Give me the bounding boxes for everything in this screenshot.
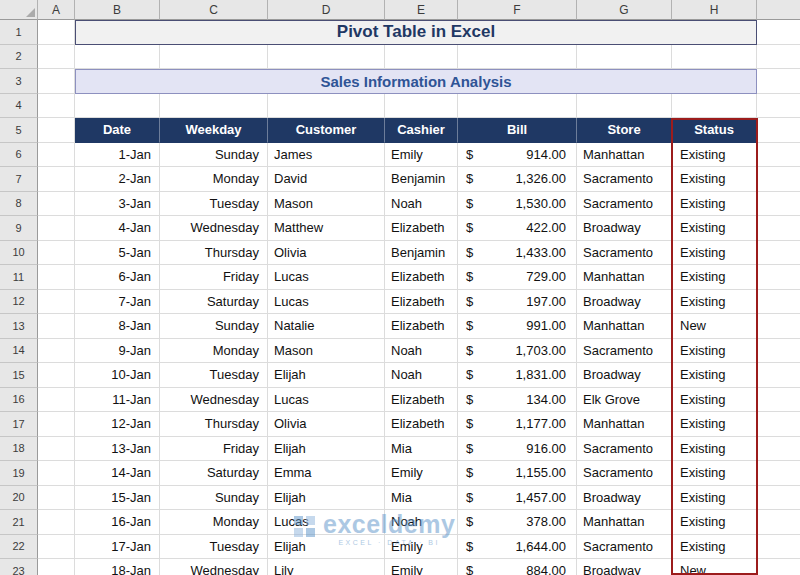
bill-cell[interactable]: $729.00	[458, 265, 577, 290]
customer-cell[interactable]: Lucas	[268, 290, 385, 315]
status-cell[interactable]: Existing	[672, 143, 757, 168]
store-cell[interactable]: Manhattan	[577, 412, 672, 437]
weekday-cell[interactable]: Friday	[160, 265, 268, 290]
cell[interactable]	[38, 461, 75, 486]
date-cell[interactable]: 4-Jan	[75, 216, 160, 241]
select-all-corner[interactable]	[0, 0, 38, 20]
cell[interactable]	[160, 94, 268, 119]
customer-cell[interactable]: Lily	[268, 559, 385, 575]
weekday-cell[interactable]: Monday	[160, 510, 268, 535]
row-number[interactable]: 21	[0, 510, 38, 535]
weekday-cell[interactable]: Sunday	[160, 486, 268, 511]
row-number[interactable]: 15	[0, 363, 38, 388]
cell[interactable]	[757, 118, 800, 143]
store-cell[interactable]: Sacramento	[577, 192, 672, 217]
cell[interactable]	[757, 535, 800, 560]
row-number[interactable]: 1	[0, 20, 38, 45]
row-number[interactable]: 2	[0, 45, 38, 70]
bill-cell[interactable]: $916.00	[458, 437, 577, 462]
store-cell[interactable]: Sacramento	[577, 535, 672, 560]
weekday-cell[interactable]: Tuesday	[160, 535, 268, 560]
cell[interactable]	[672, 45, 757, 70]
status-cell[interactable]: Existing	[672, 486, 757, 511]
bill-cell[interactable]: $422.00	[458, 216, 577, 241]
row-number[interactable]: 16	[0, 388, 38, 413]
date-cell[interactable]: 5-Jan	[75, 241, 160, 266]
date-cell[interactable]: 17-Jan	[75, 535, 160, 560]
cell[interactable]	[385, 94, 458, 119]
status-cell[interactable]: Existing	[672, 510, 757, 535]
cell[interactable]	[38, 314, 75, 339]
cell[interactable]	[757, 20, 800, 45]
cell[interactable]	[38, 45, 75, 70]
table-header-weekday[interactable]: Weekday	[160, 118, 268, 143]
store-cell[interactable]: Sacramento	[577, 339, 672, 364]
cell[interactable]	[757, 388, 800, 413]
customer-cell[interactable]: David	[268, 167, 385, 192]
row-number[interactable]: 11	[0, 265, 38, 290]
cell[interactable]	[38, 363, 75, 388]
cell[interactable]	[757, 290, 800, 315]
store-cell[interactable]: Manhattan	[577, 143, 672, 168]
date-cell[interactable]: 2-Jan	[75, 167, 160, 192]
cell[interactable]	[757, 265, 800, 290]
bill-cell[interactable]: $197.00	[458, 290, 577, 315]
bill-cell[interactable]: $1,433.00	[458, 241, 577, 266]
store-cell[interactable]: Broadway	[577, 290, 672, 315]
table-header-store[interactable]: Store	[577, 118, 672, 143]
row-number[interactable]: 3	[0, 69, 38, 94]
status-cell[interactable]: Existing	[672, 535, 757, 560]
status-cell[interactable]: Existing	[672, 167, 757, 192]
column-header-D[interactable]: D	[268, 0, 385, 20]
status-cell[interactable]: Existing	[672, 461, 757, 486]
weekday-cell[interactable]: Saturday	[160, 461, 268, 486]
weekday-cell[interactable]: Saturday	[160, 290, 268, 315]
status-cell[interactable]: Existing	[672, 339, 757, 364]
customer-cell[interactable]: Olivia	[268, 412, 385, 437]
store-cell[interactable]: Broadway	[577, 216, 672, 241]
cashier-cell[interactable]: Mia	[385, 437, 458, 462]
date-cell[interactable]: 7-Jan	[75, 290, 160, 315]
date-cell[interactable]: 6-Jan	[75, 265, 160, 290]
status-cell[interactable]: New	[672, 559, 757, 575]
status-cell[interactable]: Existing	[672, 290, 757, 315]
cashier-cell[interactable]: Noah	[385, 363, 458, 388]
customer-cell[interactable]: James	[268, 143, 385, 168]
weekday-cell[interactable]: Sunday	[160, 143, 268, 168]
cell[interactable]	[38, 388, 75, 413]
cell[interactable]	[757, 437, 800, 462]
cell[interactable]	[75, 45, 160, 70]
column-header-H[interactable]: H	[672, 0, 757, 20]
bill-cell[interactable]: $134.00	[458, 388, 577, 413]
status-cell[interactable]: Existing	[672, 437, 757, 462]
date-cell[interactable]: 13-Jan	[75, 437, 160, 462]
cell[interactable]	[757, 69, 800, 94]
cell[interactable]	[757, 216, 800, 241]
cell[interactable]	[38, 535, 75, 560]
customer-cell[interactable]: Matthew	[268, 216, 385, 241]
date-cell[interactable]: 15-Jan	[75, 486, 160, 511]
date-cell[interactable]: 3-Jan	[75, 192, 160, 217]
column-header-partial[interactable]	[757, 0, 800, 20]
table-header-status[interactable]: Status	[672, 118, 757, 143]
customer-cell[interactable]: Elijah	[268, 363, 385, 388]
cell[interactable]	[38, 69, 75, 94]
table-header-customer[interactable]: Customer	[268, 118, 385, 143]
sheet-title[interactable]: Pivot Table in Excel	[75, 20, 757, 45]
cashier-cell[interactable]: Elizabeth	[385, 216, 458, 241]
cell[interactable]	[38, 339, 75, 364]
weekday-cell[interactable]: Wednesday	[160, 388, 268, 413]
status-cell[interactable]: Existing	[672, 363, 757, 388]
cell[interactable]	[38, 241, 75, 266]
row-number[interactable]: 14	[0, 339, 38, 364]
bill-cell[interactable]: $1,457.00	[458, 486, 577, 511]
customer-cell[interactable]: Emma	[268, 461, 385, 486]
date-cell[interactable]: 18-Jan	[75, 559, 160, 575]
bill-cell[interactable]: $991.00	[458, 314, 577, 339]
cell[interactable]	[38, 265, 75, 290]
cell[interactable]	[577, 94, 672, 119]
cell[interactable]	[38, 559, 75, 575]
cell[interactable]	[38, 437, 75, 462]
cashier-cell[interactable]: Benjamin	[385, 241, 458, 266]
cell[interactable]	[458, 45, 577, 70]
